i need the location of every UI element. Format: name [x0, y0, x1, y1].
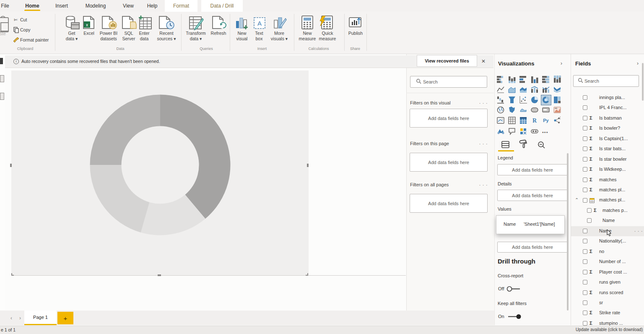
svg-text:x: x: [86, 22, 88, 27]
svg-text:7: 7: [501, 118, 503, 121]
svg-text:Py: Py: [543, 118, 549, 123]
svg-text:R: R: [532, 117, 537, 124]
svg-text:A: A: [257, 20, 262, 27]
